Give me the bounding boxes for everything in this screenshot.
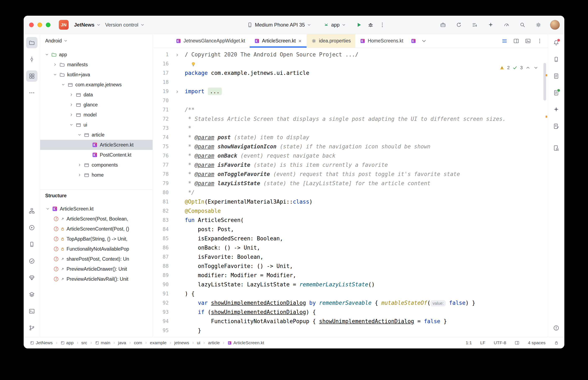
fold-chevron-icon[interactable] xyxy=(175,87,179,96)
chevron-right-icon[interactable] xyxy=(76,163,83,167)
tree-node-components[interactable]: components xyxy=(40,160,153,170)
chevron-down-icon[interactable] xyxy=(43,53,51,57)
close-tab-icon[interactable]: × xyxy=(298,38,302,44)
settings-icon[interactable] xyxy=(534,20,543,29)
layout-inspector-icon[interactable] xyxy=(550,121,562,132)
project-view-selector[interactable]: Android xyxy=(40,34,153,47)
file-lock-icon[interactable] xyxy=(554,340,559,345)
project-icon[interactable] xyxy=(26,37,38,48)
intention-bulb-icon[interactable] xyxy=(190,59,197,68)
version-control-icon[interactable] xyxy=(26,322,38,334)
profiler-icon[interactable] xyxy=(502,20,511,29)
tree-node-article[interactable]: article xyxy=(40,130,153,140)
breadcrumb-item[interactable]: example xyxy=(149,340,167,346)
gemini-icon[interactable] xyxy=(550,104,562,115)
build-variants-icon[interactable] xyxy=(26,205,38,217)
tree-node-home[interactable]: home xyxy=(40,170,153,180)
vcs-selector[interactable]: Version control xyxy=(103,20,147,29)
avatar[interactable] xyxy=(550,20,560,30)
toolbox-icon[interactable] xyxy=(438,20,447,29)
split-editor-icon[interactable] xyxy=(513,38,519,44)
editor-tab[interactable]: ArticleScreen.kt× xyxy=(250,34,306,48)
minimize-button[interactable] xyxy=(38,22,42,27)
run-tool-icon[interactable] xyxy=(26,222,38,233)
structure-item[interactable]: FunctionalityNotAvailablePop xyxy=(40,244,153,254)
run-button[interactable] xyxy=(354,20,364,30)
problems-view-icon[interactable] xyxy=(550,322,562,334)
ai-assistant-icon[interactable] xyxy=(486,20,495,29)
tree-node-manifests[interactable]: manifests xyxy=(40,59,153,70)
chevron-down-icon[interactable] xyxy=(60,83,67,87)
structure-icon[interactable] xyxy=(26,70,38,82)
debug-button[interactable] xyxy=(366,20,375,30)
editor-options-icon[interactable] xyxy=(537,38,543,44)
more-run-actions-button[interactable] xyxy=(378,20,387,30)
chevron-right-icon[interactable] xyxy=(51,62,59,67)
structure-item[interactable]: PreviewArticleNavRail(): Unit xyxy=(40,274,153,284)
breadcrumb-item[interactable]: java xyxy=(117,340,127,346)
editor-layout-status-icon[interactable] xyxy=(515,340,520,345)
file-encoding[interactable]: UTF-8 xyxy=(494,340,506,345)
line-separator[interactable]: LF xyxy=(480,340,486,345)
editor-tab[interactable]: idea.properties xyxy=(306,34,355,48)
structure-item[interactable]: ArticleScreen(Post, Boolean, xyxy=(40,214,153,224)
chevron-down-icon[interactable] xyxy=(68,123,75,127)
device-manager-icon[interactable] xyxy=(26,239,38,250)
project-selector[interactable]: JetNews xyxy=(72,20,103,29)
caret-position[interactable]: 1:1 xyxy=(466,340,472,345)
hidden-tabs-icon[interactable] xyxy=(421,38,427,44)
code-editor[interactable]: 1/ Copyright 2020 The Android Open Sourc… xyxy=(153,48,548,337)
structure-item[interactable]: PreviewArticleDrawer(): Unit xyxy=(40,264,153,274)
chevron-up-icon[interactable] xyxy=(525,65,531,70)
breadcrumb-item[interactable]: com xyxy=(133,340,143,346)
tree-node-data[interactable]: data xyxy=(40,90,153,100)
chevron-right-icon[interactable] xyxy=(68,103,75,107)
editor-tab[interactable]: HomeScreens.kt xyxy=(355,34,408,48)
commit-icon[interactable] xyxy=(26,54,38,65)
structure-item[interactable]: TopAppBar(String, () -> Unit, xyxy=(40,234,153,244)
chevron-down-icon[interactable] xyxy=(44,207,51,211)
editor-tabs-menu-icon[interactable] xyxy=(501,38,508,44)
terminal-icon[interactable] xyxy=(26,305,38,317)
tree-node-postcontent-kt[interactable]: PostContent.kt xyxy=(40,150,153,160)
app-quality-insights-icon[interactable] xyxy=(26,272,38,284)
tree-node-app[interactable]: app xyxy=(40,50,153,59)
app-logo[interactable]: JN xyxy=(59,20,69,30)
search-icon[interactable] xyxy=(518,20,527,29)
structure-root[interactable]: ArticleScreen.kt xyxy=(40,204,153,214)
notifications-icon[interactable] xyxy=(550,37,562,48)
inspections-widget[interactable]: 2 3 xyxy=(498,64,541,71)
close-button[interactable] xyxy=(29,22,34,27)
device-explorer-icon[interactable] xyxy=(550,87,562,98)
tree-node-articlescreen-kt[interactable]: ArticleScreen.kt xyxy=(40,140,153,150)
logcat-icon[interactable] xyxy=(26,289,38,300)
breadcrumb-item[interactable]: app xyxy=(60,340,75,346)
indent-style[interactable]: 4 spaces xyxy=(528,340,546,345)
breadcrumb-item[interactable]: JetNews xyxy=(29,340,54,346)
structure-item[interactable]: sharePost(Post, Context): Un xyxy=(40,254,153,264)
fold-chevron-icon[interactable] xyxy=(175,50,179,59)
editor-tab[interactable] xyxy=(408,34,419,48)
tree-node-ui[interactable]: ui xyxy=(40,120,153,130)
running-devices-icon[interactable] xyxy=(550,54,562,65)
more-tool-windows-icon[interactable] xyxy=(26,87,38,98)
editor-scrollbar[interactable] xyxy=(544,63,546,100)
chevron-down-icon[interactable] xyxy=(533,65,539,70)
chevron-down-icon[interactable] xyxy=(76,133,83,137)
breadcrumb-item[interactable]: article xyxy=(207,340,221,346)
tree-node-glance[interactable]: glance xyxy=(40,100,153,110)
chevron-right-icon[interactable] xyxy=(76,173,83,177)
breadcrumb-item[interactable]: jetnews xyxy=(173,340,190,346)
breadcrumb-item[interactable]: ui xyxy=(196,340,201,346)
app-insights-icon[interactable] xyxy=(550,142,562,154)
breadcrumb-item[interactable]: main xyxy=(94,340,111,346)
resource-manager-icon[interactable] xyxy=(550,70,562,82)
sync-project-icon[interactable] xyxy=(454,20,464,29)
tree-node-com-example-jetnews[interactable]: com.example.jetnews xyxy=(40,80,153,90)
zoom-button[interactable] xyxy=(46,22,50,27)
breadcrumb-item[interactable]: src xyxy=(81,340,88,346)
task-list-icon[interactable] xyxy=(470,20,479,29)
device-selector[interactable]: Medium Phone API 35 xyxy=(245,20,313,30)
editor-tab[interactable]: JetnewsGlanceAppWidget.kt xyxy=(171,34,250,48)
run-config-selector[interactable]: app xyxy=(321,20,348,30)
